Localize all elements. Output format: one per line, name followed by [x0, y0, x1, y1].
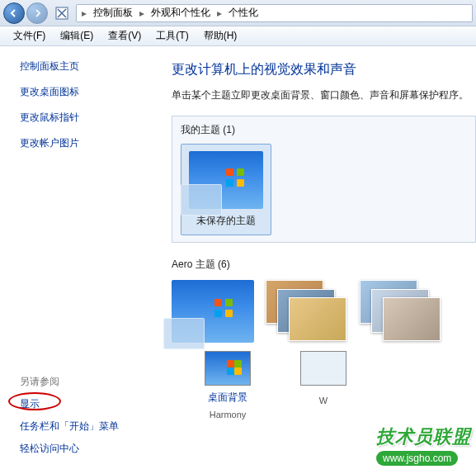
- option-label: 桌面背景: [208, 391, 247, 405]
- see-also-heading: 另请参阅: [20, 375, 147, 389]
- bottom-options: 桌面背景 Harmony W: [172, 351, 476, 419]
- nav-back-button[interactable]: [3, 2, 25, 24]
- breadcrumb-item[interactable]: 外观和个性化: [148, 6, 214, 20]
- menu-help[interactable]: 帮助(H): [197, 27, 244, 45]
- breadcrumb-item[interactable]: 控制面板: [90, 6, 136, 20]
- see-also-ease-of-access[interactable]: 轻松访问中心: [20, 442, 147, 456]
- personalization-icon: [54, 6, 69, 21]
- aero-theme-2[interactable]: [266, 280, 348, 343]
- my-themes-title: 我的主题 (1): [181, 123, 467, 137]
- desktop-bg-thumb: [205, 351, 251, 386]
- menu-view[interactable]: 查看(V): [101, 27, 148, 45]
- desktop-background-option[interactable]: 桌面背景 Harmony: [205, 351, 251, 419]
- titlebar: ▸ 控制面板 ▸ 外观和个性化 ▸ 个性化: [0, 0, 476, 26]
- window-color-option[interactable]: W: [300, 351, 346, 419]
- sidebar-link-mouse-pointers[interactable]: 更改鼠标指针: [20, 111, 147, 125]
- menu-edit[interactable]: 编辑(E): [54, 27, 100, 45]
- chevron-right-icon: ▸: [80, 7, 88, 19]
- nav-forward-button[interactable]: [26, 2, 48, 24]
- theme-thumbnail: [189, 151, 263, 209]
- see-also-display[interactable]: 显示: [20, 397, 147, 411]
- page-description: 单击某个主题立即更改桌面背景、窗口颜色、声音和屏幕保护程序。: [172, 88, 476, 102]
- theme-caption: 未保存的主题: [196, 214, 256, 228]
- see-also-label: 显示: [20, 398, 40, 410]
- menu-tools[interactable]: 工具(T): [149, 27, 195, 45]
- sidebar: 控制面板主页 更改桌面图标 更改鼠标指针 更改帐户图片 另请参阅 显示 任务栏和…: [0, 46, 157, 474]
- aero-theme-3[interactable]: [360, 280, 442, 343]
- breadcrumb-item[interactable]: 个性化: [225, 6, 262, 20]
- sidebar-link-desktop-icons[interactable]: 更改桌面图标: [20, 85, 147, 99]
- theme-item-unsaved[interactable]: 未保存的主题: [181, 144, 271, 235]
- nav-buttons: [3, 2, 48, 24]
- page-title: 更改计算机上的视觉效果和声音: [172, 61, 476, 78]
- menu-file[interactable]: 文件(F): [7, 27, 52, 45]
- chevron-right-icon: ▸: [138, 7, 146, 19]
- menubar: 文件(F) 编辑(E) 查看(V) 工具(T) 帮助(H): [0, 26, 476, 46]
- my-themes-section: 我的主题 (1) 未保存的主题: [172, 116, 476, 243]
- option-sublabel: Harmony: [210, 410, 247, 419]
- content: 控制面板主页 更改桌面图标 更改鼠标指针 更改帐户图片 另请参阅 显示 任务栏和…: [0, 46, 476, 474]
- main-panel: 更改计算机上的视觉效果和声音 单击某个主题立即更改桌面背景、窗口颜色、声音和屏幕…: [157, 46, 476, 474]
- sidebar-home-link[interactable]: 控制面板主页: [20, 59, 147, 73]
- aero-themes-title: Aero 主题 (6): [172, 258, 476, 272]
- window-color-thumb: [300, 351, 346, 386]
- breadcrumb[interactable]: ▸ 控制面板 ▸ 外观和个性化 ▸ 个性化: [76, 4, 473, 22]
- sidebar-link-account-picture[interactable]: 更改帐户图片: [20, 136, 147, 150]
- chevron-right-icon: ▸: [215, 7, 224, 19]
- aero-theme-1[interactable]: [172, 280, 254, 343]
- aero-theme-row: [172, 280, 476, 343]
- see-also-taskbar[interactable]: 任务栏和「开始」菜单: [20, 419, 147, 434]
- option-sublabel: W: [319, 396, 328, 405]
